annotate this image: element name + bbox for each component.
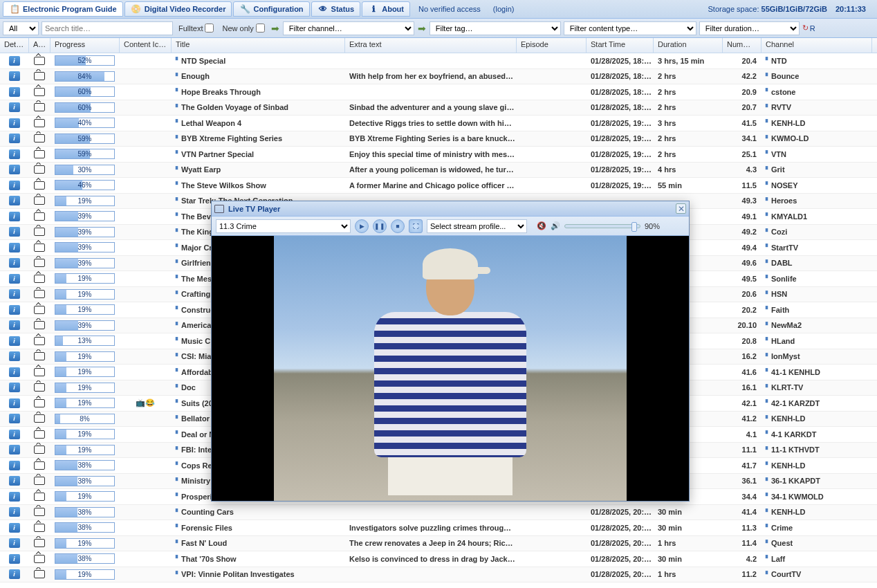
actions-cell[interactable]	[29, 380, 50, 396]
info-icon[interactable]	[9, 212, 20, 221]
info-icon[interactable]	[9, 289, 20, 299]
details-cell[interactable]	[0, 225, 29, 240]
info-icon[interactable]	[9, 56, 20, 66]
info-icon[interactable]	[9, 196, 20, 205]
tv-icon[interactable]	[34, 524, 45, 532]
actions-cell[interactable]	[29, 84, 50, 100]
info-icon[interactable]	[9, 181, 20, 190]
details-cell[interactable]	[0, 365, 29, 380]
play-button[interactable]: ▶	[355, 219, 369, 233]
info-icon[interactable]	[9, 367, 20, 377]
tv-icon[interactable]	[34, 134, 45, 143]
col-episode[interactable]: Episode	[517, 38, 587, 53]
actions-cell[interactable]	[29, 567, 50, 582]
tv-icon[interactable]	[34, 368, 45, 376]
tv-icon[interactable]	[34, 88, 45, 96]
details-cell[interactable]	[0, 412, 29, 427]
actions-cell[interactable]	[29, 209, 50, 224]
actions-cell[interactable]	[29, 53, 50, 68]
pause-button[interactable]: ❚❚	[373, 219, 387, 233]
actions-cell[interactable]	[29, 458, 50, 473]
actions-cell[interactable]	[29, 225, 50, 240]
info-icon[interactable]	[9, 305, 20, 315]
actions-cell[interactable]	[29, 240, 50, 255]
info-icon[interactable]	[9, 258, 20, 268]
table-row[interactable]: 38% ▘That '70s Show Kelso is convinced t…	[0, 551, 877, 567]
details-cell[interactable]	[0, 333, 29, 349]
details-cell[interactable]	[0, 147, 29, 162]
mute-icon[interactable]: 🔇	[537, 221, 546, 230]
info-icon[interactable]	[9, 149, 20, 159]
tab-configuration[interactable]: 🔧 Configuration	[233, 1, 309, 17]
table-row[interactable]: 30% ▘Wyatt Earp After a young policeman …	[0, 163, 877, 178]
details-cell[interactable]	[0, 194, 29, 209]
volume-slider[interactable]	[564, 224, 640, 228]
table-row[interactable]: 46% ▘The Steve Wilkos Show A former Mari…	[0, 178, 877, 194]
table-row[interactable]: 38% ▘Counting Cars 01/28/2025, 20:… 30 m…	[0, 505, 877, 521]
col-details[interactable]: Details	[0, 38, 29, 53]
col-channel[interactable]: Channel	[761, 38, 872, 53]
info-icon[interactable]	[9, 320, 20, 330]
player-channel-select[interactable]: 11.3 Crime	[216, 219, 351, 233]
tv-icon[interactable]	[34, 72, 45, 80]
table-row[interactable]: 59% ▘BYB Xtreme Fighting Series BYB Xtre…	[0, 131, 877, 147]
actions-cell[interactable]	[29, 287, 50, 302]
details-cell[interactable]	[0, 349, 29, 365]
actions-cell[interactable]	[29, 505, 50, 520]
details-cell[interactable]	[0, 302, 29, 318]
actions-cell[interactable]	[29, 520, 50, 535]
tv-icon[interactable]	[34, 275, 45, 283]
actions-cell[interactable]	[29, 69, 50, 84]
tv-icon[interactable]	[34, 461, 45, 470]
actions-cell[interactable]	[29, 302, 50, 318]
tv-icon[interactable]	[34, 212, 45, 221]
details-cell[interactable]	[0, 271, 29, 286]
details-cell[interactable]	[0, 116, 29, 131]
info-icon[interactable]	[9, 461, 20, 470]
details-cell[interactable]	[0, 520, 29, 535]
tab-status[interactable]: 👁 Status	[311, 1, 361, 17]
actions-cell[interactable]	[29, 489, 50, 504]
col-extra[interactable]: Extra text	[345, 38, 517, 53]
info-icon[interactable]	[9, 398, 20, 408]
info-icon[interactable]	[9, 414, 20, 423]
tv-icon[interactable]	[34, 150, 45, 158]
actions-cell[interactable]	[29, 349, 50, 365]
tv-icon[interactable]	[34, 57, 45, 65]
info-icon[interactable]	[9, 507, 20, 517]
filter-channel-select[interactable]: Filter channel…	[283, 21, 414, 35]
video-area[interactable]	[212, 236, 689, 501]
details-cell[interactable]	[0, 427, 29, 442]
tab-epg[interactable]: 📋 Electronic Program Guide	[3, 1, 123, 17]
actions-cell[interactable]	[29, 163, 50, 178]
info-icon[interactable]	[9, 227, 20, 237]
col-title[interactable]: Title	[172, 38, 345, 53]
fulltext-checkbox[interactable]	[205, 24, 214, 33]
info-icon[interactable]	[9, 569, 20, 579]
details-cell[interactable]	[0, 396, 29, 411]
filter-all-select[interactable]: All	[3, 21, 39, 35]
actions-cell[interactable]	[29, 365, 50, 380]
info-icon[interactable]	[9, 336, 20, 346]
search-input[interactable]	[41, 21, 173, 35]
tab-about[interactable]: ℹ About	[362, 1, 410, 17]
tv-icon[interactable]	[34, 570, 45, 578]
table-row[interactable]: 60% ▘Hope Breaks Through 01/28/2025, 18:…	[0, 84, 877, 100]
tv-icon[interactable]	[34, 119, 45, 127]
tv-icon[interactable]	[34, 555, 45, 563]
col-actions[interactable]: A…	[29, 38, 50, 53]
actions-cell[interactable]	[29, 147, 50, 162]
details-cell[interactable]	[0, 458, 29, 473]
tv-icon[interactable]	[34, 337, 45, 345]
info-icon[interactable]	[9, 430, 20, 439]
info-icon[interactable]	[9, 71, 20, 81]
refresh-button[interactable]: ↻ R	[802, 24, 815, 33]
actions-cell[interactable]	[29, 443, 50, 458]
tv-icon[interactable]	[34, 181, 45, 190]
tv-icon[interactable]	[34, 306, 45, 314]
col-content-icons[interactable]: Content Ic…	[120, 38, 172, 53]
details-cell[interactable]	[0, 209, 29, 224]
col-num[interactable]: Num…	[723, 38, 761, 53]
info-icon[interactable]	[9, 492, 20, 502]
table-row[interactable]: 19% ▘VPI: Vinnie Politan Investigates 01…	[0, 567, 877, 583]
